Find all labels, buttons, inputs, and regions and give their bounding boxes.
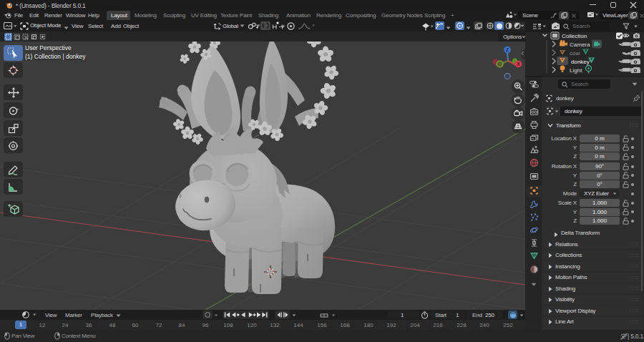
svg-text:X: X [517,62,520,67]
svg-text:donkey: donkey [571,59,590,65]
svg-text:Camera: Camera [570,41,590,48]
svg-text:Collection: Collection [562,33,587,39]
svg-text:Z: Z [506,47,509,52]
svg-text:cow: cow [570,50,580,57]
svg-text:Light: Light [570,67,582,74]
